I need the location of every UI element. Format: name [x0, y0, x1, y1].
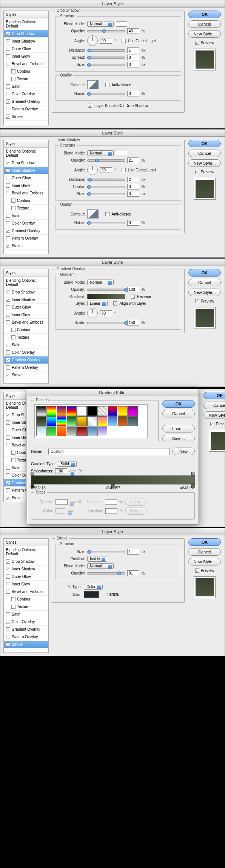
checkbox[interactable] — [6, 161, 10, 165]
checkbox[interactable] — [6, 84, 10, 89]
gradient-picker[interactable] — [87, 294, 125, 299]
checkbox[interactable] — [6, 350, 10, 355]
checkbox[interactable] — [6, 443, 10, 447]
angle-input[interactable] — [100, 310, 112, 316]
style-bevel-and-emboss[interactable]: Bevel and Emboss — [4, 60, 48, 68]
style-pattern-overlay[interactable]: Pattern Overlay — [4, 364, 48, 371]
cancel-button[interactable]: Cancel — [188, 150, 221, 157]
style-color-overlay[interactable]: Color Overlay — [4, 90, 48, 98]
angle-input[interactable] — [100, 38, 112, 44]
style-inner-glow[interactable]: Inner Glow — [4, 182, 48, 189]
style-stroke[interactable]: Stroke — [4, 641, 48, 648]
checkbox[interactable] — [6, 590, 10, 594]
style-outer-glow[interactable]: Outer Glow — [4, 573, 48, 581]
checkbox[interactable] — [6, 92, 10, 96]
slider[interactable] — [87, 177, 125, 182]
cancel-button[interactable]: Cancel — [188, 279, 221, 286]
value-input[interactable] — [127, 55, 139, 60]
checkbox[interactable] — [6, 183, 10, 188]
style-bevel-and-emboss[interactable]: Bevel and Emboss — [4, 319, 48, 326]
checkbox[interactable] — [11, 206, 15, 210]
color-stop[interactable] — [111, 484, 115, 488]
style-satin[interactable]: Satin — [4, 83, 48, 90]
blend-mode-dropdown[interactable]: Normal — [87, 563, 114, 569]
style-inner-shadow[interactable]: Inner Shadow — [4, 296, 48, 304]
style-outer-glow[interactable]: Outer Glow — [4, 426, 26, 434]
checkbox[interactable] — [11, 597, 15, 601]
styles-header[interactable]: Styles — [4, 269, 48, 277]
cancel-button[interactable]: Cancel — [203, 402, 225, 409]
cancel-button[interactable]: Cancel — [188, 20, 221, 28]
slider[interactable] — [87, 48, 125, 53]
preset-12[interactable] — [57, 416, 66, 426]
style-gradient-overlay[interactable]: Gradient Overlay — [4, 356, 48, 364]
blend-mode-dropdown[interactable]: Normal — [87, 150, 114, 156]
style-pattern-overlay[interactable]: Pattern Overlay — [4, 235, 48, 242]
checkbox[interactable] — [6, 559, 10, 564]
preview-checkbox[interactable] — [195, 170, 199, 174]
slider[interactable] — [87, 220, 125, 226]
value-input[interactable] — [127, 320, 139, 326]
style-inner-shadow[interactable]: Inner Shadow — [4, 565, 48, 573]
style-contour[interactable]: Contour — [4, 326, 48, 334]
checkbox[interactable] — [6, 413, 10, 417]
checkbox[interactable] — [6, 373, 10, 377]
style-bevel-and-emboss[interactable]: Bevel and Emboss — [4, 588, 48, 596]
preview-checkbox[interactable] — [195, 41, 199, 45]
styles-header[interactable]: Styles — [4, 539, 48, 546]
reverse-checkbox[interactable] — [131, 295, 135, 299]
checkbox[interactable] — [6, 473, 10, 477]
style-texture[interactable]: Texture — [4, 457, 26, 464]
value-input[interactable] — [127, 570, 139, 576]
style-outer-glow[interactable]: Outer Glow — [4, 45, 48, 53]
checkbox[interactable] — [11, 77, 15, 81]
style-stroke[interactable]: Stroke — [4, 113, 48, 121]
new-style-button[interactable]: New Style... — [203, 411, 225, 419]
style-satin[interactable]: Satin — [4, 464, 26, 472]
style-drop-shadow[interactable]: Drop Shadow — [4, 159, 48, 167]
style-bevel-and-emboss[interactable]: Bevel and Emboss — [4, 442, 26, 449]
slider[interactable] — [87, 571, 125, 576]
color-stop[interactable] — [191, 484, 195, 488]
checkbox[interactable] — [6, 32, 10, 36]
style-texture[interactable]: Texture — [4, 205, 48, 212]
opacity-stop[interactable] — [191, 472, 195, 475]
value-input[interactable] — [127, 191, 139, 197]
value-input[interactable] — [127, 91, 139, 96]
checkbox[interactable] — [6, 635, 10, 639]
ok-button[interactable]: OK — [162, 400, 195, 408]
checkbox[interactable] — [6, 229, 10, 233]
new-style-button[interactable]: New Style... — [188, 159, 221, 167]
style-satin[interactable]: Satin — [4, 212, 48, 220]
checkbox[interactable] — [6, 488, 10, 492]
checkbox[interactable] — [6, 221, 10, 225]
preset-10[interactable] — [36, 416, 46, 426]
slider[interactable] — [87, 29, 125, 34]
antialiased-checkbox[interactable] — [105, 83, 109, 87]
style-contour[interactable]: Contour — [4, 596, 48, 603]
style-color-overlay[interactable]: Color Overlay — [4, 220, 48, 227]
fill-type-dropdown[interactable]: Color — [84, 584, 103, 590]
checkbox[interactable] — [11, 328, 15, 332]
style-drop-shadow[interactable]: Drop Shadow — [4, 30, 48, 38]
checkbox[interactable] — [11, 458, 15, 462]
position-dropdown[interactable]: Inside — [87, 556, 107, 562]
value-input[interactable] — [127, 28, 139, 34]
slider[interactable] — [87, 91, 125, 96]
checkbox[interactable] — [6, 320, 10, 324]
slider[interactable] — [87, 62, 125, 67]
color-swatch[interactable] — [116, 151, 127, 156]
new-style-button[interactable]: New Style... — [188, 289, 221, 296]
checkbox[interactable] — [6, 436, 10, 440]
color-swatch[interactable] — [116, 21, 127, 27]
style-color-overlay[interactable]: Color Overlay — [4, 618, 48, 626]
gradient-bar[interactable] — [31, 475, 195, 484]
angle-dial[interactable] — [87, 308, 98, 318]
checkbox[interactable] — [6, 62, 10, 66]
knockout-checkbox[interactable] — [88, 104, 92, 108]
style-stroke[interactable]: Stroke — [4, 371, 48, 379]
style-contour[interactable]: Contour — [4, 449, 26, 457]
checkbox[interactable] — [6, 39, 10, 43]
checkbox[interactable] — [11, 199, 15, 203]
checkbox[interactable] — [6, 567, 10, 571]
